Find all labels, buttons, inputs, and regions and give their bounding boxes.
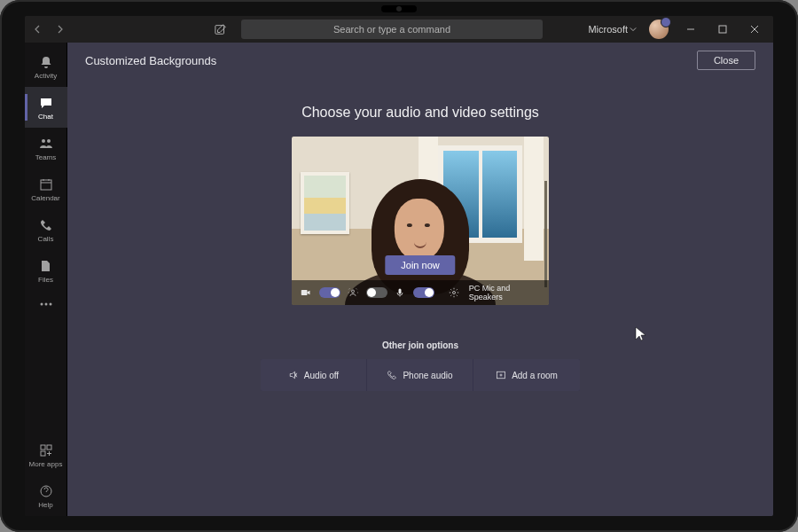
- rail-help[interactable]: Help: [25, 475, 67, 516]
- rail-label: Chat: [38, 113, 53, 121]
- svg-point-2: [42, 139, 45, 143]
- panel-title: Customized Backgrounds: [85, 54, 216, 67]
- close-button[interactable]: Close: [697, 51, 755, 70]
- add-room-label: Add a room: [512, 371, 558, 380]
- help-icon: [38, 483, 54, 499]
- mic-icon: [395, 286, 406, 299]
- rail-calendar[interactable]: Calendar: [25, 168, 67, 209]
- wall-art: [301, 172, 349, 234]
- mic-toggle[interactable]: [413, 287, 434, 298]
- calendar-icon: [38, 176, 54, 192]
- new-message-button[interactable]: [211, 20, 231, 39]
- tenant-switcher[interactable]: Microsoft: [588, 24, 637, 35]
- rail-activity[interactable]: Activity: [25, 46, 67, 87]
- phone-audio-icon: [387, 370, 397, 380]
- tablet-camera: [381, 5, 417, 12]
- audio-off-button[interactable]: Audio off: [261, 359, 367, 391]
- gear-icon[interactable]: [449, 286, 460, 299]
- rail-label: More apps: [29, 460, 63, 468]
- app-body: Activity Chat Teams Calendar Calls Files: [25, 43, 773, 516]
- phone-audio-label: Phone audio: [403, 371, 452, 380]
- add-room-icon: [496, 370, 506, 380]
- chevron-down-icon: [630, 26, 637, 33]
- other-options-label: Other join options: [382, 340, 458, 350]
- svg-rect-9: [47, 445, 51, 450]
- bell-icon: [38, 54, 54, 70]
- rail-chat[interactable]: Chat: [25, 87, 67, 128]
- panel-header: Customized Backgrounds Close: [67, 43, 773, 78]
- rail-label: Help: [38, 501, 52, 509]
- phone-icon: [38, 217, 54, 233]
- rail-teams[interactable]: Teams: [25, 128, 67, 168]
- prejoin-area: Choose your audio and video settings: [67, 78, 773, 516]
- rail-label: Calls: [38, 235, 54, 243]
- svg-point-3: [47, 139, 51, 143]
- teams-icon: [38, 136, 54, 152]
- svg-point-5: [40, 303, 43, 306]
- svg-rect-12: [301, 290, 308, 295]
- svg-point-15: [453, 292, 456, 294]
- camera-toggle[interactable]: [319, 287, 340, 298]
- back-button[interactable]: [30, 21, 46, 37]
- tablet-frame: Search or type a command Microsoft Activ…: [0, 0, 798, 532]
- maximize-button[interactable]: [709, 18, 736, 41]
- close-window-button[interactable]: [741, 18, 768, 41]
- add-room-button[interactable]: Add a room: [473, 359, 580, 391]
- preview-toolbar: PC Mic and Speakers: [292, 280, 549, 305]
- audio-off-label: Audio off: [304, 371, 339, 380]
- background-toggle[interactable]: [366, 287, 387, 298]
- titlebar: Search or type a command Microsoft: [25, 16, 773, 43]
- join-now-button[interactable]: Join now: [385, 255, 455, 275]
- search-placeholder: Search or type a command: [333, 24, 450, 35]
- video-preview: Join now PC Mic and Speakers: [292, 137, 549, 305]
- tenant-label: Microsoft: [588, 24, 628, 35]
- svg-rect-8: [41, 445, 45, 450]
- forward-button[interactable]: [51, 21, 67, 37]
- device-label[interactable]: PC Mic and Speakers: [469, 284, 540, 301]
- phone-audio-button[interactable]: Phone audio: [367, 359, 473, 391]
- teams-app: Search or type a command Microsoft Activ…: [25, 16, 773, 516]
- svg-rect-14: [399, 289, 402, 294]
- rail-files[interactable]: Files: [25, 250, 67, 291]
- svg-rect-4: [41, 180, 51, 190]
- rail-label: Files: [38, 276, 53, 284]
- svg-point-6: [44, 303, 47, 306]
- profile-avatar[interactable]: [649, 20, 669, 39]
- curtain-right: [524, 137, 544, 261]
- files-icon: [38, 258, 54, 274]
- svg-point-13: [352, 290, 355, 293]
- lamp: [544, 181, 547, 287]
- minimize-button[interactable]: [677, 18, 704, 41]
- svg-rect-10: [41, 451, 45, 456]
- apps-icon: [38, 442, 54, 458]
- rail-label: Activity: [35, 72, 57, 80]
- rail-label: Calendar: [31, 194, 59, 202]
- chat-icon: [38, 95, 54, 111]
- svg-point-7: [49, 303, 51, 306]
- audio-off-icon: [288, 370, 299, 380]
- prejoin-panel: Customized Backgrounds Close Choose your…: [67, 43, 773, 516]
- rail-more-apps[interactable]: More apps: [25, 434, 67, 475]
- rail-calls[interactable]: Calls: [25, 209, 67, 250]
- more-icon: [38, 296, 54, 312]
- prejoin-heading: Choose your audio and video settings: [301, 105, 539, 121]
- other-options-row: Audio off Phone audio Add a room: [261, 359, 580, 391]
- app-rail: Activity Chat Teams Calendar Calls Files: [25, 43, 67, 516]
- search-input[interactable]: Search or type a command: [241, 20, 543, 39]
- svg-rect-1: [719, 26, 726, 33]
- camera-icon: [301, 286, 312, 299]
- background-effects-icon[interactable]: [348, 286, 359, 299]
- rail-more[interactable]: [25, 291, 67, 317]
- rail-label: Teams: [35, 153, 57, 161]
